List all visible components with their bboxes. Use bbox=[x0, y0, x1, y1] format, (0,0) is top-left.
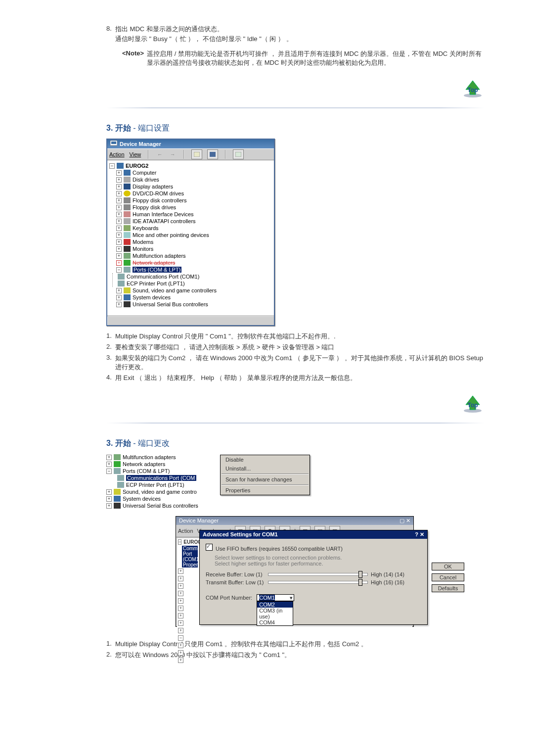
tree-item[interactable]: Floppy disk controllers bbox=[133, 197, 186, 203]
section-port-change-title: 3. 开始 - 端口更改 bbox=[106, 438, 485, 449]
menu-action[interactable]: Action bbox=[109, 151, 125, 157]
tree-item[interactable]: Computer bbox=[133, 170, 156, 176]
note-label: <Note> bbox=[122, 49, 144, 57]
tree-item-com-selected[interactable]: Communications Port (COM bbox=[126, 475, 196, 481]
toolbar-btn-1[interactable] bbox=[191, 149, 202, 159]
dlg-title: Advanced Settings for COM1 bbox=[203, 531, 278, 538]
svg-text:Top: Top bbox=[467, 402, 478, 409]
expand-icon[interactable]: + bbox=[116, 246, 122, 252]
network-icon bbox=[114, 461, 121, 467]
expand-icon[interactable]: + bbox=[116, 191, 122, 196]
port-icon bbox=[124, 267, 131, 273]
expand-icon[interactable]: + bbox=[106, 455, 112, 460]
expand-icon[interactable]: + bbox=[116, 212, 122, 217]
port-icon bbox=[117, 475, 124, 481]
forward-icon[interactable]: → bbox=[169, 150, 177, 158]
tree-item[interactable]: Universal Serial Bus controllers bbox=[123, 503, 198, 509]
defaults-button[interactable]: Defaults bbox=[432, 584, 464, 592]
tree-item-ports[interactable]: Ports (COM & LPT) bbox=[133, 267, 181, 273]
tree-item[interactable]: Multifunction adapters bbox=[133, 253, 186, 259]
expand-icon[interactable]: + bbox=[116, 260, 122, 266]
expand-icon[interactable]: + bbox=[106, 489, 112, 495]
tree-item-network[interactable]: Network adapters bbox=[133, 260, 175, 266]
expand-icon[interactable]: + bbox=[106, 496, 112, 502]
tree-item[interactable]: System devices bbox=[123, 496, 161, 502]
expand-icon[interactable]: + bbox=[116, 198, 122, 203]
expand-icon[interactable]: + bbox=[106, 462, 112, 467]
tree-item[interactable]: IDE ATA/ATAPI controllers bbox=[133, 218, 196, 224]
collapse-icon[interactable]: − bbox=[116, 267, 122, 273]
com-port-combo[interactable]: COM1 bbox=[257, 594, 294, 601]
tree-item[interactable]: Ports (COM & LPT) bbox=[123, 468, 170, 474]
expand-icon[interactable]: + bbox=[116, 170, 122, 176]
expand-icon[interactable]: + bbox=[116, 253, 122, 259]
ctx-scan[interactable]: Scan for hardware changes bbox=[221, 475, 310, 484]
dlg-close-icon[interactable]: ? ✕ bbox=[415, 531, 424, 538]
ctx-properties[interactable]: Properties bbox=[221, 486, 310, 495]
ctx-uninstall[interactable]: Uninstall... bbox=[221, 464, 310, 473]
ctx-disable[interactable]: Disable bbox=[221, 455, 310, 464]
tree-item[interactable]: Monitors bbox=[133, 246, 153, 252]
computer-icon bbox=[117, 163, 124, 169]
expand-icon[interactable]: + bbox=[116, 239, 122, 245]
receive-slider[interactable] bbox=[268, 573, 368, 576]
fifo-checkbox[interactable] bbox=[206, 544, 213, 551]
tree-item[interactable]: Display adapters bbox=[133, 184, 173, 189]
tree-item-lpt1[interactable]: ECP Printer Port (LPT1) bbox=[127, 281, 185, 286]
note-text: 遥控启用 / 禁用功能无论是否开机均可操作 ， 并且适用于所有连接到 MDC 的… bbox=[147, 49, 485, 67]
svg-rect-5 bbox=[210, 152, 216, 157]
window-controls-icon[interactable]: ▢ ✕ bbox=[400, 518, 410, 524]
combo-option[interactable]: COM3 (in use) bbox=[257, 608, 293, 619]
back-icon[interactable]: ← bbox=[156, 150, 164, 158]
combo-option[interactable]: COM2 bbox=[257, 602, 293, 608]
tree-item-sound[interactable]: Sound, video and game controllers bbox=[133, 287, 217, 293]
expand-icon[interactable]: + bbox=[116, 288, 122, 293]
top-link[interactable]: Top bbox=[461, 80, 485, 98]
tree-item[interactable]: Mice and other pointing devices bbox=[133, 232, 209, 238]
tree-item[interactable]: Disk drives bbox=[133, 177, 159, 183]
ok-button[interactable]: OK bbox=[432, 563, 464, 570]
combo-option[interactable]: COM4 bbox=[257, 619, 293, 625]
com-port-label: COM Port Number: bbox=[206, 595, 252, 601]
list-number: 2. bbox=[106, 651, 115, 658]
expand-icon[interactable]: + bbox=[116, 205, 122, 210]
tree-item[interactable]: Modems bbox=[133, 239, 153, 245]
top-link[interactable]: Top bbox=[461, 395, 485, 414]
expand-icon[interactable]: + bbox=[116, 302, 122, 307]
tree-item[interactable]: ECP Printer Port (LPT1) bbox=[126, 482, 184, 488]
expand-icon[interactable]: + bbox=[106, 503, 112, 509]
tree-item[interactable]: Human Interface Devices bbox=[133, 211, 194, 217]
expand-icon[interactable]: + bbox=[116, 295, 122, 300]
tree-item[interactable]: Sound, video and game contro bbox=[123, 489, 197, 495]
tree-item[interactable]: Floppy disk drives bbox=[133, 204, 176, 210]
system-icon bbox=[114, 496, 121, 502]
expand-icon[interactable]: + bbox=[116, 219, 122, 224]
tree-item-system[interactable]: System devices bbox=[133, 294, 171, 300]
menu-action[interactable]: Action bbox=[178, 528, 193, 534]
list-number: 4. bbox=[106, 374, 115, 381]
toolbar-btn-3[interactable] bbox=[233, 149, 244, 159]
expand-icon[interactable]: + bbox=[116, 226, 122, 231]
toolbar-sep bbox=[183, 150, 184, 159]
section-port-settings-title: 3. 开始 - 端口设置 bbox=[106, 123, 485, 134]
transmit-slider[interactable] bbox=[268, 581, 368, 584]
collapse-icon[interactable]: − bbox=[109, 163, 115, 169]
tree-item[interactable]: DVD/CD-ROM drives bbox=[133, 190, 184, 196]
computer-icon bbox=[124, 170, 131, 176]
monitor-icon bbox=[124, 246, 131, 252]
tree-item-usb[interactable]: Universal Serial Bus controllers bbox=[133, 301, 208, 307]
separator bbox=[106, 423, 485, 424]
tree-item[interactable]: Multifunction adapters bbox=[123, 454, 176, 460]
tree-item-com1[interactable]: Communications Port (COM1) bbox=[127, 274, 199, 280]
tree-item[interactable]: Keyboards bbox=[133, 225, 159, 231]
expand-icon[interactable]: + bbox=[116, 177, 122, 183]
toolbar-btn-2[interactable] bbox=[207, 149, 218, 159]
tree-item[interactable]: Network adapters bbox=[123, 461, 165, 467]
menu-view[interactable]: View bbox=[130, 151, 141, 157]
cancel-button[interactable]: Cancel bbox=[432, 573, 464, 581]
expand-icon[interactable]: + bbox=[116, 233, 122, 238]
expand-icon[interactable]: + bbox=[116, 184, 122, 189]
list-item-8: 8. 指出 MDC 和显示器之间的通信状态。 bbox=[106, 25, 485, 34]
multifunction-icon bbox=[114, 454, 121, 460]
collapse-icon[interactable]: − bbox=[106, 469, 112, 474]
